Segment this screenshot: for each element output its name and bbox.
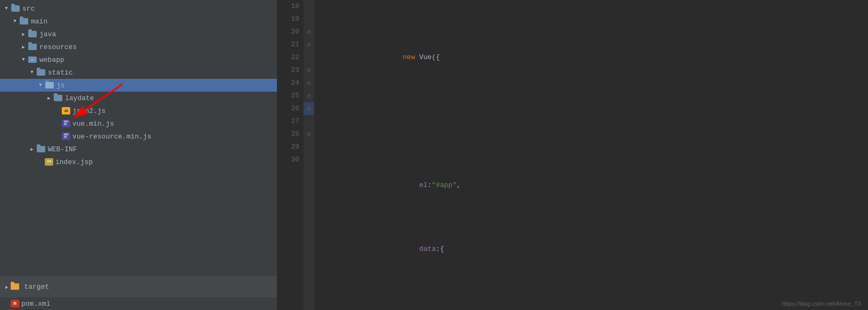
gutter-21[interactable]: [304, 38, 314, 51]
tree-label-webapp: webapp: [39, 56, 277, 64]
line-num-21: 21: [277, 38, 299, 51]
arrow-icon-js: [36, 83, 45, 88]
gutter-22: [304, 51, 314, 64]
tree-item-js[interactable]: js: [0, 79, 277, 92]
gutter-30: [304, 153, 314, 166]
tree-label-json2js: json2.js: [72, 107, 277, 115]
folder-icon-src: [11, 5, 20, 12]
gutter-19: [304, 13, 314, 26]
editor-gutter: [304, 0, 314, 310]
line-num-30: 30: [277, 153, 299, 166]
code-line-20: el:"#app",: [320, 179, 868, 192]
tree-item-laydate[interactable]: laydate: [0, 92, 277, 104]
tree-label-src: src: [22, 5, 277, 13]
tree-item-vueresource[interactable]: 101JS vue-resource.min.js: [0, 130, 277, 143]
line-num-23: 23: [277, 64, 299, 77]
code-line-19: [320, 115, 868, 128]
tree-label-static: static: [48, 69, 277, 77]
tree-item-vueminjs[interactable]: 101JS vue.min.js: [0, 117, 277, 130]
101-file-icon-vueresource: 101JS: [62, 133, 70, 140]
tree-item-webinf[interactable]: WEB-INF: [0, 143, 277, 156]
jsp-file-icon: JSP: [45, 158, 53, 166]
sidebar-bottom: target: [0, 276, 277, 297]
gutter-20[interactable]: [304, 26, 314, 38]
tree-item-json2js[interactable]: JS json2.js: [0, 104, 277, 117]
arrow-icon-webinf: [28, 146, 36, 152]
gutter-26[interactable]: [304, 102, 314, 115]
folder-icon-js: [45, 81, 54, 89]
arrow-icon-java: [19, 31, 28, 37]
folder-icon-static: [36, 69, 46, 76]
line-num-28: 28: [277, 128, 299, 141]
arrow-icon-main: [11, 19, 19, 24]
tree-label-java: java: [39, 30, 277, 38]
arrow-icon-target: [5, 283, 8, 291]
code-line-21: data:{: [320, 243, 868, 256]
tree-item-pomxml[interactable]: m pom.xml: [0, 297, 277, 310]
arrow-icon-laydate: [45, 95, 53, 101]
101-file-icon-vue: 101JS: [62, 120, 70, 127]
line-num-27: 27: [277, 115, 299, 128]
gutter-18: [304, 0, 314, 13]
line-num-24: 24: [277, 77, 299, 89]
sidebar: src main java resources ⊙: [0, 0, 277, 310]
tree-item-webapp[interactable]: ⊙ webapp: [0, 53, 277, 66]
tree-label-js: js: [56, 81, 277, 89]
arrow-icon-src: [2, 6, 11, 11]
arrow-icon-webapp: [19, 57, 28, 62]
sidebar-bottom-label: target: [24, 283, 49, 291]
arrow-icon-resources: [19, 44, 28, 50]
tree-label-pomxml: pom.xml: [21, 300, 277, 308]
gutter-27: [304, 115, 314, 128]
folder-icon-target: [10, 283, 20, 290]
arrow-icon-static: [28, 70, 36, 75]
line-num-19: 19: [277, 13, 299, 26]
line-num-25: 25: [277, 89, 299, 102]
folder-icon-laydate: [53, 94, 63, 102]
gutter-29: [304, 141, 314, 153]
folder-icon-java: [28, 30, 37, 38]
tree-label-laydate: laydate: [65, 94, 277, 102]
tree-item-main[interactable]: main: [0, 15, 277, 28]
code-lines: new Vue({ el:"#app", data:{: [314, 0, 868, 310]
tree-label-indexjsp: index.jsp: [55, 158, 277, 166]
watermark: https://blog.csdn.net/Alone_TX: [782, 300, 862, 307]
folder-icon-webinf: [36, 145, 46, 153]
gutter-25[interactable]: [304, 89, 314, 102]
code-area: 18 19 20 21 22 23 24 25 26 27 28 29 30: [277, 0, 868, 310]
maven-file-icon: m: [11, 300, 19, 307]
folder-icon-webapp: ⊙: [28, 56, 37, 63]
tree-item-resources[interactable]: resources: [0, 40, 277, 53]
gutter-24[interactable]: [304, 77, 314, 89]
tree-label-resources: resources: [39, 43, 277, 51]
line-numbers: 18 19 20 21 22 23 24 25 26 27 28 29 30: [277, 0, 304, 310]
gutter-28[interactable]: [304, 128, 314, 141]
tree-item-static[interactable]: static: [0, 66, 277, 79]
line-num-22: 22: [277, 51, 299, 64]
line-num-20: 20: [277, 26, 299, 38]
file-tree: src main java resources ⊙: [0, 0, 277, 276]
line-num-18: 18: [277, 0, 299, 13]
tree-item-src[interactable]: src: [0, 2, 277, 15]
folder-icon-main: [19, 18, 29, 25]
code-line-22: user:{: [320, 307, 868, 310]
line-num-26: 26: [277, 102, 299, 115]
line-num-29: 29: [277, 141, 299, 153]
folder-icon-resources: [28, 43, 37, 51]
gutter-23[interactable]: [304, 64, 314, 77]
tree-item-java[interactable]: java: [0, 28, 277, 40]
js-file-icon: JS: [62, 107, 70, 115]
tree-label-vueresource: vue-resource.min.js: [72, 133, 277, 141]
tree-label-main: main: [31, 18, 277, 26]
tree-item-indexjsp[interactable]: JSP index.jsp: [0, 156, 277, 168]
tree-label-vueminjs: vue.min.js: [72, 120, 277, 128]
code-editor: 18 19 20 21 22 23 24 25 26 27 28 29 30: [277, 0, 868, 310]
code-line-18: new Vue({: [320, 51, 868, 64]
tree-label-webinf: WEB-INF: [48, 145, 277, 153]
